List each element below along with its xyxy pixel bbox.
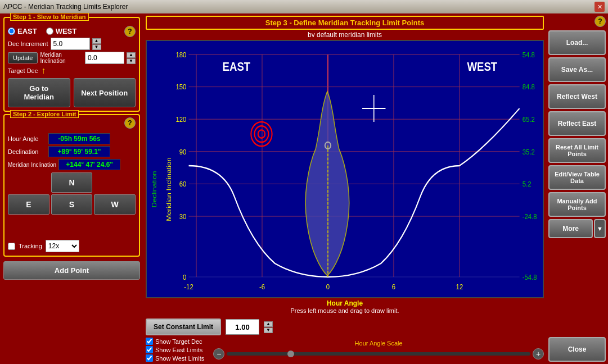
svg-text:Declination: Declination bbox=[150, 171, 157, 207]
window-close-button[interactable]: ✕ bbox=[595, 2, 605, 12]
tracking-row: Tracking 12x 1x 8x 64x bbox=[8, 240, 136, 252]
svg-text:0: 0 bbox=[183, 273, 186, 281]
north-button[interactable]: N bbox=[51, 172, 93, 193]
dec-increment-input[interactable] bbox=[51, 38, 90, 50]
step1-box: Step 1 - Slew to Meridian EAST WEST ? De… bbox=[3, 17, 140, 112]
set-constant-button[interactable]: Set Constant Limit bbox=[146, 319, 221, 335]
meridian-inc-spinner[interactable]: ▲ ▼ bbox=[127, 52, 136, 64]
show-east-limits-label: Show East Limits bbox=[155, 347, 202, 353]
next-position-button[interactable]: Next Position bbox=[74, 78, 136, 107]
reflect-east-button[interactable]: Reflect East bbox=[548, 111, 606, 136]
svg-text:-24.8: -24.8 bbox=[523, 212, 537, 221]
bottom-controls: Set Constant Limit ▲ ▼ Show Target Dec S… bbox=[146, 315, 544, 362]
go-to-meridian-button[interactable]: Go to Meridian bbox=[8, 78, 70, 107]
more-dropdown-button[interactable]: ▼ bbox=[594, 219, 606, 238]
meridian-inc-input[interactable] bbox=[85, 52, 124, 64]
show-east-limits-checkbox[interactable] bbox=[146, 346, 153, 353]
right-top-row: ? bbox=[548, 16, 606, 27]
meridian-incl-label: Meridian Inclination bbox=[8, 162, 56, 168]
east-west-radio-group: EAST WEST bbox=[8, 27, 76, 35]
close-button[interactable]: Close bbox=[548, 337, 606, 362]
update-button[interactable]: Update bbox=[8, 52, 38, 63]
show-west-limits-label: Show West Limits bbox=[155, 355, 204, 362]
hour-angle-scale-label: Hour Angle Scale bbox=[355, 340, 403, 347]
east-button[interactable]: E bbox=[8, 194, 49, 215]
app-title: APCC - Meridian Tracking Limits Explorer bbox=[3, 3, 128, 11]
east-radio-label[interactable]: EAST bbox=[8, 27, 37, 35]
more-row: More ▼ bbox=[548, 219, 606, 238]
step1-help-button[interactable]: ? bbox=[124, 26, 136, 37]
constant-up[interactable]: ▲ bbox=[264, 321, 273, 327]
meridian-incl-row: Meridian Inclination +144° 47' 24.6" bbox=[8, 159, 136, 170]
manually-add-button[interactable]: Manually Add Points bbox=[548, 192, 606, 217]
dec-increment-spinner[interactable]: ▲ ▼ bbox=[92, 38, 101, 50]
hour-angle-axis-label: Hour Angle bbox=[146, 299, 544, 307]
step2-help-button[interactable]: ? bbox=[124, 117, 136, 129]
meridian-inc-row: Update Meridian Inclination ▲ ▼ bbox=[8, 52, 136, 64]
show-target-dec-label: Show Target Dec bbox=[155, 338, 202, 345]
step2-title: Step 2 - Explore Limit bbox=[10, 110, 79, 118]
svg-text:WEST: WEST bbox=[467, 60, 497, 74]
edit-view-button[interactable]: Edit/View Table Data bbox=[548, 165, 606, 190]
speed-select[interactable]: 12x 1x 8x 64x bbox=[46, 240, 79, 252]
svg-text:54.8: 54.8 bbox=[523, 51, 535, 59]
svg-text:-12: -12 bbox=[184, 283, 193, 291]
target-dec-label: Target Dec bbox=[8, 67, 38, 74]
bottom-row1: Set Constant Limit ▲ ▼ bbox=[146, 319, 544, 335]
east-radio[interactable] bbox=[8, 28, 15, 35]
declination-row: Declination +89° 59' 59.1" bbox=[8, 146, 136, 157]
chart-svg: 180 150 120 90 60 30 0 54.8 84.8 65.2 35… bbox=[147, 41, 543, 297]
show-west-limits-row[interactable]: Show West Limits bbox=[146, 354, 204, 362]
reset-all-button[interactable]: Reset All Limit Points bbox=[548, 138, 606, 163]
left-panel: Step 1 - Slew to Meridian EAST WEST ? De… bbox=[0, 13, 143, 364]
save-as-button[interactable]: Save As... bbox=[548, 57, 606, 82]
scale-slider-track[interactable] bbox=[227, 352, 530, 356]
svg-text:12: 12 bbox=[456, 283, 463, 291]
show-east-limits-row[interactable]: Show East Limits bbox=[146, 346, 204, 353]
meridian-inc-down[interactable]: ▼ bbox=[127, 58, 136, 64]
chart-instruction: Press left mouse and drag to draw limit. bbox=[146, 307, 544, 314]
show-west-limits-checkbox[interactable] bbox=[146, 354, 153, 362]
meridian-inc-up[interactable]: ▲ bbox=[127, 52, 136, 58]
target-dec-row: Target Dec ↑ bbox=[8, 66, 136, 76]
scale-minus-button[interactable]: − bbox=[213, 348, 224, 360]
nav-buttons: N E S W bbox=[8, 172, 136, 236]
south-button[interactable]: S bbox=[51, 194, 93, 215]
bottom-row2: Show Target Dec Show East Limits Show We… bbox=[146, 338, 544, 362]
goto-meridian-label: Go to Meridian bbox=[24, 84, 54, 101]
dec-increment-up[interactable]: ▲ bbox=[92, 38, 101, 44]
west-button[interactable]: W bbox=[94, 194, 136, 215]
hour-angle-label: Hour Angle bbox=[8, 135, 46, 142]
show-target-dec-row[interactable]: Show Target Dec bbox=[146, 338, 204, 345]
right-help-button[interactable]: ? bbox=[595, 16, 606, 27]
more-button[interactable]: More bbox=[548, 219, 593, 238]
west-radio-label[interactable]: WEST bbox=[46, 27, 77, 35]
dec-increment-down[interactable]: ▼ bbox=[92, 44, 101, 50]
hour-angle-scale-control: Hour Angle Scale − + bbox=[213, 340, 544, 360]
step2-box: Step 2 - Explore Limit ? Hour Angle -05h… bbox=[3, 114, 140, 257]
svg-text:60: 60 bbox=[179, 180, 187, 188]
show-target-dec-checkbox[interactable] bbox=[146, 338, 153, 345]
svg-text:Meridian Inclination: Meridian Inclination bbox=[165, 157, 173, 221]
reflect-west-button[interactable]: Reflect West bbox=[548, 84, 606, 109]
scale-plus-button[interactable]: + bbox=[533, 348, 544, 360]
scale-slider-thumb[interactable] bbox=[287, 351, 294, 357]
west-radio[interactable] bbox=[46, 28, 53, 35]
load-button[interactable]: Load... bbox=[548, 30, 606, 55]
svg-text:90: 90 bbox=[179, 148, 187, 156]
tracking-checkbox[interactable] bbox=[8, 243, 15, 250]
constant-down[interactable]: ▼ bbox=[264, 327, 273, 333]
subtitle: bv default meridian limits bbox=[146, 31, 544, 39]
checkboxes: Show Target Dec Show East Limits Show We… bbox=[146, 338, 204, 362]
svg-text:-6: -6 bbox=[259, 283, 265, 291]
hour-angle-row: Hour Angle -05h 59m 56s bbox=[8, 133, 136, 144]
svg-text:84.8: 84.8 bbox=[523, 83, 535, 92]
center-panel: Step 3 - Define Meridian Tracking Limit … bbox=[143, 13, 546, 364]
chart-area[interactable]: 180 150 120 90 60 30 0 54.8 84.8 65.2 35… bbox=[146, 40, 544, 298]
meridian-incl-value: +144° 47' 24.6" bbox=[58, 159, 120, 170]
add-point-button[interactable]: Add Point bbox=[3, 261, 140, 280]
dec-increment-row: Dec Increment ▲ ▼ bbox=[8, 38, 136, 50]
constant-value-input[interactable] bbox=[226, 319, 259, 335]
svg-text:-54.8: -54.8 bbox=[523, 273, 537, 281]
constant-spinner[interactable]: ▲ ▼ bbox=[264, 321, 273, 333]
